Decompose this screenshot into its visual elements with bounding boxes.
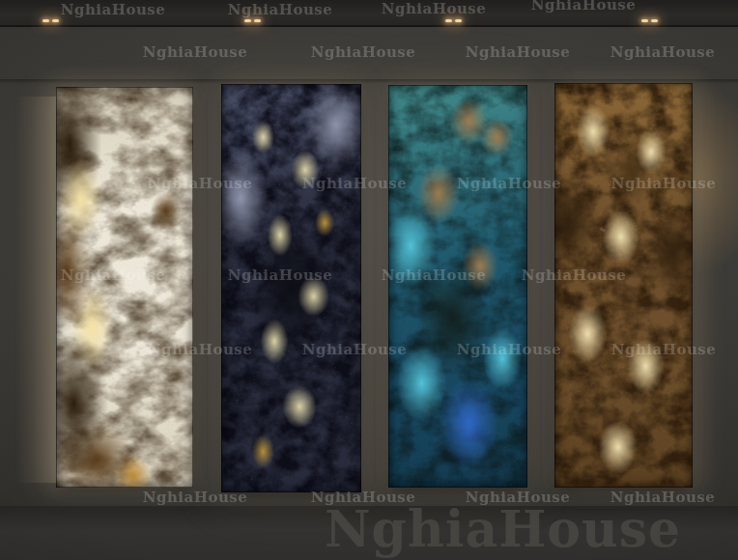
stone-showroom-scene: NghiaHouseNghiaHouseNghiaHouseNghiaHouse… xyxy=(0,0,738,560)
floor xyxy=(0,506,738,560)
light-dot xyxy=(651,19,658,22)
light-dot xyxy=(455,19,462,22)
stone-texture xyxy=(554,83,693,488)
light-spill xyxy=(15,97,60,483)
grain-layer xyxy=(388,85,527,488)
light-dot xyxy=(445,19,452,22)
grain-layer xyxy=(56,87,193,488)
stone-slab-white-gold xyxy=(56,87,193,488)
ceiling xyxy=(0,0,738,27)
stone-texture xyxy=(221,84,361,492)
stone-texture xyxy=(56,87,193,488)
ceiling-light xyxy=(43,19,59,22)
ceiling-light xyxy=(641,19,658,22)
light-dot xyxy=(52,19,59,22)
stone-slab-brown-gold-granite xyxy=(554,83,693,488)
light-dot xyxy=(641,19,648,22)
stone-slab-blue-gold-granite xyxy=(221,84,361,492)
stone-slab-labradorite xyxy=(388,85,527,488)
ceiling-light xyxy=(244,19,261,22)
light-dot xyxy=(43,19,49,22)
light-dot xyxy=(254,19,261,22)
grain-layer xyxy=(221,84,361,492)
ceiling-light xyxy=(445,19,462,22)
grain-layer xyxy=(554,83,693,488)
light-dot xyxy=(244,19,251,22)
stone-texture xyxy=(388,85,527,488)
